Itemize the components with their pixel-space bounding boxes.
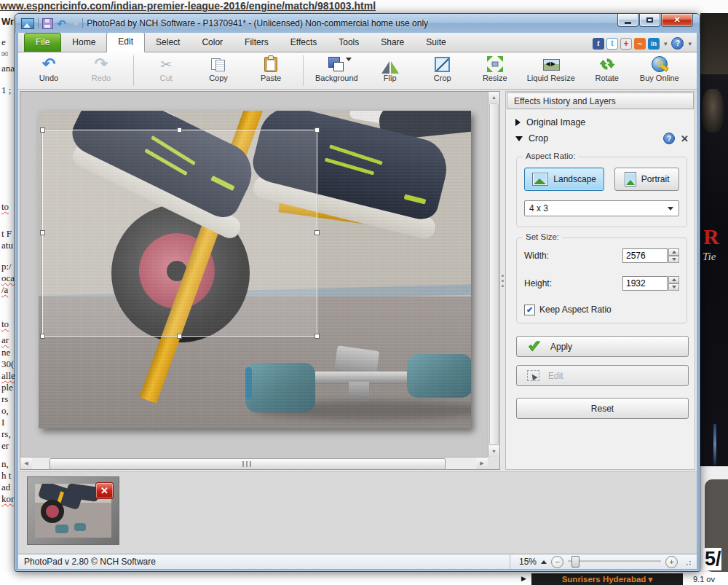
rotate-button[interactable]: Rotate <box>581 52 633 89</box>
history-item-original[interactable]: Original Image <box>506 114 695 130</box>
scroll-up-icon[interactable]: ▲ <box>488 92 499 103</box>
keep-aspect-checkbox[interactable]: ✔ <box>524 305 535 315</box>
redo-icon: ↷ <box>95 55 108 74</box>
tab-tools[interactable]: Tools <box>328 34 370 52</box>
reset-button[interactable]: Reset <box>516 398 689 419</box>
title-bar[interactable]: ↶ ↷ PhotoPad by NCH Software - P1370941*… <box>15 14 700 33</box>
help-icon[interactable]: ? <box>671 37 684 50</box>
window-title: PhotoPad by NCH Software - P1370941* - (… <box>87 18 428 28</box>
crop-handle-w[interactable] <box>40 230 45 235</box>
quick-undo-icon[interactable]: ↶ <box>57 19 66 28</box>
bg-text: ana <box>1 63 15 74</box>
nch-share-icon[interactable]: ~ <box>634 38 646 50</box>
bg-text: atu <box>1 240 13 251</box>
maximize-icon <box>646 17 653 23</box>
undo-button[interactable]: ↶ Undo <box>23 52 75 89</box>
width-input[interactable] <box>622 248 668 263</box>
save-icon[interactable] <box>42 18 53 29</box>
tab-color[interactable]: Color <box>191 34 234 52</box>
linkedin-icon[interactable]: in <box>648 38 660 50</box>
chevron-down-icon[interactable]: ▾ <box>662 40 670 47</box>
maximize-button[interactable] <box>639 14 660 27</box>
help-dropdown-icon[interactable]: ▾ <box>686 40 694 47</box>
photo-canvas[interactable] <box>39 111 471 428</box>
flip-button[interactable]: Flip <box>364 52 416 89</box>
zoom-slider[interactable] <box>568 560 661 563</box>
twitter-icon[interactable]: t <box>606 38 618 50</box>
tab-edit[interactable]: Edit <box>106 33 145 52</box>
zoom-in-button[interactable]: + <box>665 556 678 568</box>
tab-home[interactable]: Home <box>61 34 106 52</box>
copy-button[interactable]: Copy <box>192 52 245 89</box>
tab-share[interactable]: Share <box>370 34 415 52</box>
height-spin-up[interactable] <box>668 276 679 283</box>
tab-file[interactable]: File <box>24 33 61 52</box>
set-size-group: Set Size: Width: Height: <box>516 237 687 323</box>
history-item-crop[interactable]: Crop ? ✕ <box>506 130 695 146</box>
resize-button[interactable]: Resize <box>469 52 521 89</box>
crop-handle-ne[interactable] <box>314 127 320 133</box>
google-plus-icon[interactable]: + <box>620 38 632 50</box>
vertical-scroll-thumb[interactable] <box>489 103 499 445</box>
history-item-label: Original Image <box>526 117 585 127</box>
tab-effects[interactable]: Effects <box>280 34 328 52</box>
background-url[interactable]: www.espncricinfo.com/indian-premier-leag… <box>0 0 376 12</box>
keep-aspect-row[interactable]: ✔ Keep Aspect Ratio <box>524 304 679 315</box>
edit-button[interactable]: Edit <box>516 365 689 386</box>
crop-handle-sw[interactable] <box>40 334 45 339</box>
bg-text: rs <box>1 393 8 405</box>
liquid-resize-button[interactable]: ◀▶ Liquid Resize <box>521 52 581 89</box>
crop-handle-s[interactable] <box>177 334 182 339</box>
buy-online-label: Buy Online <box>640 74 679 82</box>
zoom-slider-thumb[interactable] <box>571 556 579 568</box>
scroll-down-icon[interactable]: ▼ <box>488 446 499 457</box>
background-button[interactable]: Background <box>309 52 364 89</box>
facebook-icon[interactable]: f <box>593 38 604 50</box>
buy-online-button[interactable]: Buy Online <box>633 52 686 89</box>
height-label: Height: <box>524 278 622 288</box>
crop-handle-n[interactable] <box>177 127 182 133</box>
height-spin-down[interactable] <box>668 283 679 291</box>
cut-label: Cut <box>159 74 172 82</box>
bg-text: t F <box>1 228 12 240</box>
scroll-left-icon[interactable]: ◀ <box>20 458 32 469</box>
vertical-scrollbar[interactable]: ▲ ▼ <box>488 92 499 457</box>
undo-icon: ↶ <box>42 55 55 74</box>
rotate-label: Rotate <box>596 74 619 82</box>
crop-selection[interactable] <box>42 130 317 337</box>
thumbnail-close-button[interactable]: ✕ <box>95 482 114 499</box>
redo-button[interactable]: ↷ Redo <box>75 52 127 89</box>
close-button[interactable]: ✕ <box>661 14 693 27</box>
image-thumbnail[interactable]: ✕ <box>27 476 119 545</box>
crop-handle-e[interactable] <box>314 230 320 235</box>
height-input[interactable] <box>622 276 668 291</box>
tab-select[interactable]: Select <box>145 34 191 52</box>
cut-button[interactable]: ✂ Cut <box>140 52 192 89</box>
collapsed-arrow-icon[interactable] <box>515 119 521 126</box>
crop-handle-nw[interactable] <box>40 127 45 133</box>
width-spin-up[interactable] <box>668 248 679 256</box>
horizontal-scrollbar[interactable]: ◀ ▶ <box>20 457 488 469</box>
ratio-dropdown[interactable]: 4 x 3 <box>524 200 679 216</box>
horizontal-scroll-thumb[interactable] <box>50 458 446 470</box>
crop-help-icon[interactable]: ? <box>663 133 675 144</box>
apply-button[interactable]: Apply <box>516 336 689 357</box>
scroll-right-icon[interactable]: ▶ <box>476 458 488 469</box>
paste-button[interactable]: Paste <box>245 52 297 89</box>
panel-splitter[interactable] <box>500 90 505 471</box>
tab-filters[interactable]: Filters <box>234 34 280 52</box>
zoom-preset-icon[interactable] <box>541 560 547 564</box>
zoom-out-button[interactable]: − <box>551 556 563 568</box>
crop-handle-se[interactable] <box>314 334 320 339</box>
resize-grip[interactable] <box>684 558 691 565</box>
crop-remove-icon[interactable]: ✕ <box>681 133 689 144</box>
tab-suite[interactable]: Suite <box>415 34 456 52</box>
minimize-button[interactable] <box>617 14 638 27</box>
landscape-button[interactable]: Landscape <box>524 168 604 191</box>
crop-button[interactable]: Crop <box>416 52 469 89</box>
width-spin-down[interactable] <box>668 256 679 263</box>
team-banner[interactable]: Sunrisers Hyderabad ▾ <box>531 573 683 585</box>
expanded-arrow-icon[interactable] <box>515 136 523 141</box>
portrait-button[interactable]: Portrait <box>614 168 679 191</box>
ribbon-tab-bar: File Home Edit Select Color Filters Effe… <box>18 33 697 52</box>
